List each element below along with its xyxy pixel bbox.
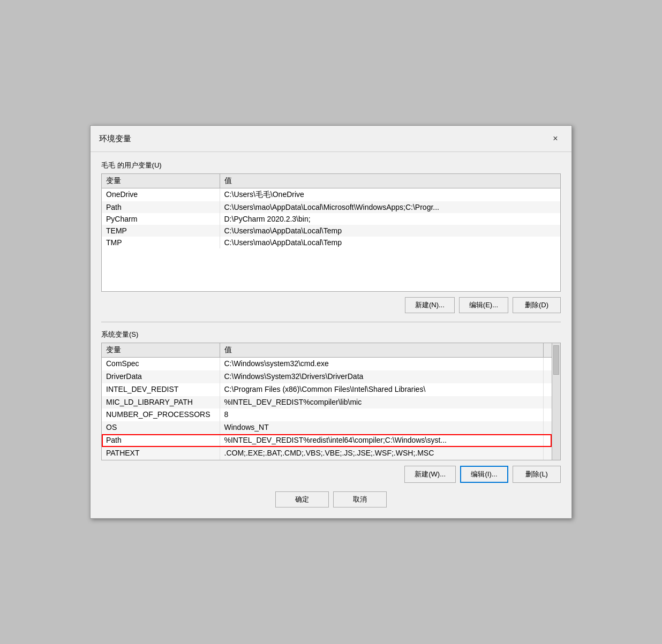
user-buttons-row: 新建(N)... 编辑(E)... 删除(D) [101,297,561,313]
sys-variables-table-container: 变量 值 ComSpecC:\Windows\system32\cmd.exeD… [101,343,561,460]
user-val-cell: D:\PyCharm 2020.2.3\bin; [220,213,560,225]
user-table-body: OneDriveC:\Users\毛毛\OneDrivePathC:\Users… [102,188,560,249]
sys-buttons-row: 新建(W)... 编辑(I)... 删除(L) [101,466,561,483]
user-table-row[interactable]: PathC:\Users\mao\AppData\Local\Microsoft… [102,201,560,213]
sys-table-row[interactable]: DriverDataC:\Windows\System32\Drivers\Dr… [102,370,552,383]
scrollbar-cell [543,421,552,434]
sys-table-row[interactable]: MIC_LD_LIBRARY_PATH%INTEL_DEV_REDIST%com… [102,396,552,409]
user-var-cell: PyCharm [102,213,220,225]
sys-table-row[interactable]: NUMBER_OF_PROCESSORS8 [102,408,552,421]
title-bar: 环境变量 × [91,126,571,152]
footer-buttons-row: 确定 取消 [101,491,561,507]
user-delete-button[interactable]: 删除(D) [513,297,561,313]
user-col-var-header: 变量 [102,174,220,188]
sys-var-cell: OS [102,421,220,434]
sys-val-cell: %INTEL_DEV_REDIST%redist\intel64\compile… [220,434,543,447]
scrollbar-thumb[interactable] [553,345,559,375]
user-edit-button[interactable]: 编辑(E)... [459,297,508,313]
user-val-cell: C:\Users\毛毛\OneDrive [220,188,560,202]
sys-col-val-header: 值 [220,343,543,358]
sys-delete-button[interactable]: 删除(L) [513,466,561,483]
sys-table-row[interactable]: PATHEXT.COM;.EXE;.BAT;.CMD;.VBS;.VBE;.JS… [102,447,552,460]
sys-var-cell: INTEL_DEV_REDIST [102,383,220,396]
section-divider [101,322,561,322]
sys-new-button[interactable]: 新建(W)... [404,466,456,483]
user-val-cell: C:\Users\mao\AppData\Local\Temp [220,225,560,237]
scrollbar-cell [543,358,552,370]
scrollbar-cell [543,434,552,447]
user-var-cell: TEMP [102,225,220,237]
sys-table-row[interactable]: Path%INTEL_DEV_REDIST%redist\intel64\com… [102,434,552,447]
sys-var-cell: NUMBER_OF_PROCESSORS [102,408,220,421]
scroll-spacer [543,343,552,358]
user-table-row[interactable]: TEMPC:\Users\mao\AppData\Local\Temp [102,225,560,237]
user-val-cell: C:\Users\mao\AppData\Local\Microsoft\Win… [220,201,560,213]
user-variables-table-container: 变量 值 OneDriveC:\Users\毛毛\OneDrivePathC:\… [101,173,561,292]
user-var-cell: Path [102,201,220,213]
sys-edit-button[interactable]: 编辑(I)... [460,466,508,483]
sys-scroll-container: 变量 值 ComSpecC:\Windows\system32\cmd.exeD… [102,343,552,460]
user-table-spacer [102,248,560,291]
sys-val-cell: %INTEL_DEV_REDIST%compiler\lib\mic [220,396,543,409]
environment-variables-dialog: 环境变量 × 毛毛 的用户变量(U) 变量 值 OneDriveC:\Users… [90,125,572,519]
sys-var-cell: PATHEXT [102,447,220,460]
sys-section-label: 系统变量(S) [101,330,561,339]
sys-var-cell: ComSpec [102,358,220,370]
user-table-row[interactable]: TMPC:\Users\mao\AppData\Local\Temp [102,237,560,248]
scrollbar-cell [543,396,552,409]
user-col-val-header: 值 [220,174,560,188]
user-new-button[interactable]: 新建(N)... [405,297,455,313]
user-var-cell: TMP [102,237,220,248]
sys-var-cell: DriverData [102,370,220,383]
scrollbar-cell [543,408,552,421]
sys-table-row[interactable]: INTEL_DEV_REDISTC:\Program Files (x86)\C… [102,383,552,396]
user-table-row[interactable]: PyCharmD:\PyCharm 2020.2.3\bin; [102,213,560,225]
sys-val-cell: C:\Program Files (x86)\Common Files\Inte… [220,383,543,396]
sys-val-cell: .COM;.EXE;.BAT;.CMD;.VBS;.VBE;.JS;.JSE;.… [220,447,543,460]
cancel-button[interactable]: 取消 [333,491,387,507]
user-val-cell: C:\Users\mao\AppData\Local\Temp [220,237,560,248]
sys-val-cell: Windows_NT [220,421,543,434]
scrollbar[interactable] [552,343,560,460]
user-var-cell: OneDrive [102,188,220,202]
ok-button[interactable]: 确定 [275,491,329,507]
sys-table-body: ComSpecC:\Windows\system32\cmd.exeDriver… [102,358,552,460]
close-button[interactable]: × [548,131,563,146]
user-table-row[interactable]: OneDriveC:\Users\毛毛\OneDrive [102,188,560,202]
sys-col-var-header: 变量 [102,343,220,358]
sys-var-cell: MIC_LD_LIBRARY_PATH [102,396,220,409]
scrollbar-cell [543,383,552,396]
sys-table-row[interactable]: OSWindows_NT [102,421,552,434]
user-variables-table: 变量 值 OneDriveC:\Users\毛毛\OneDrivePathC:\… [102,174,560,248]
sys-var-cell: Path [102,434,220,447]
dialog-body: 毛毛 的用户变量(U) 变量 值 OneDriveC:\Users\毛毛\One… [91,152,571,518]
sys-variables-table: 变量 值 ComSpecC:\Windows\system32\cmd.exeD… [102,343,552,460]
scrollbar-cell [543,447,552,460]
sys-val-cell: 8 [220,408,543,421]
user-section-label: 毛毛 的用户变量(U) [101,161,561,170]
sys-table-row[interactable]: ComSpecC:\Windows\system32\cmd.exe [102,358,552,370]
dialog-title: 环境变量 [99,134,131,144]
sys-val-cell: C:\Windows\System32\Drivers\DriverData [220,370,543,383]
sys-val-cell: C:\Windows\system32\cmd.exe [220,358,543,370]
scrollbar-cell [543,370,552,383]
